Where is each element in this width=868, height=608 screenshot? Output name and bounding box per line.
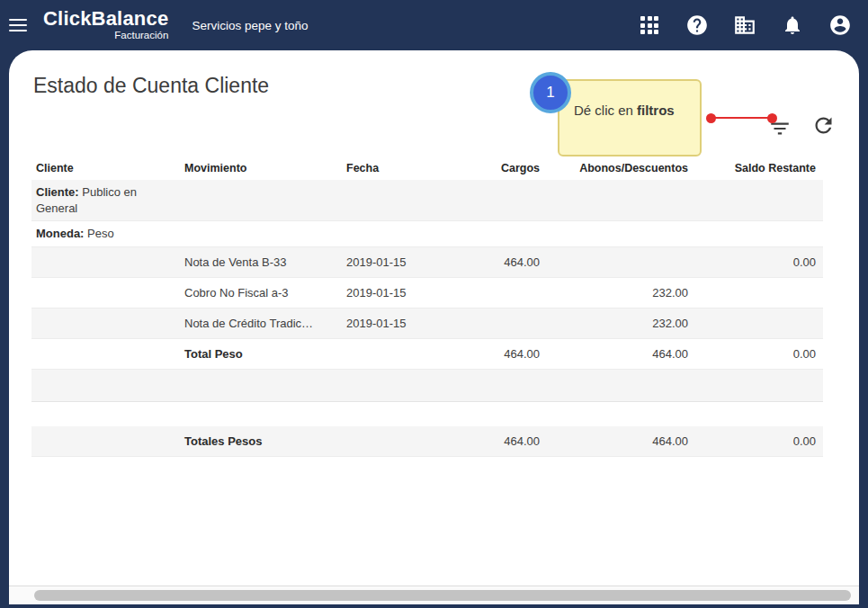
cell-abonos: 232.00 — [544, 277, 697, 308]
menu-icon[interactable] — [9, 19, 27, 31]
app-logo[interactable]: ClickBalance Facturación — [43, 9, 168, 41]
cell-fecha: 2019-01-15 — [342, 277, 477, 308]
table-row: Nota de Venta B-33 2019-01-15 464.00 0.0… — [31, 246, 823, 277]
cell-movimiento: Nota de Crédito Tradic… — [180, 308, 342, 338]
annotation-dot-end — [767, 113, 777, 123]
cell-abonos: 232.00 — [544, 308, 697, 338]
cell-fecha: 2019-01-15 — [342, 308, 477, 338]
annotation-tooltip: Dé clic en filtros — [558, 79, 702, 156]
account-icon[interactable] — [828, 13, 852, 37]
cell-saldo — [697, 277, 823, 308]
cell-cargos: 464.00 — [477, 338, 544, 369]
horizontal-scrollbar-track[interactable] — [9, 586, 859, 604]
annotation-dot-start — [706, 113, 716, 123]
cell-abonos: 464.00 — [544, 338, 697, 369]
col-fecha: Fecha — [342, 156, 477, 180]
cell-saldo: 0.00 — [697, 246, 823, 277]
notifications-bell-icon[interactable] — [781, 13, 804, 37]
cell-movimiento: Cobro No Fiscal a-3 — [180, 277, 342, 308]
col-cargos: Cargos — [477, 156, 544, 180]
table-row: Nota de Crédito Tradic… 2019-01-15 232.0… — [31, 308, 823, 338]
refresh-icon[interactable] — [811, 113, 837, 139]
cell-cargos: 464.00 — [477, 246, 544, 277]
company-name: Servicios pepe y toño — [192, 19, 308, 32]
table-row: Cobro No Fiscal a-3 2019-01-15 232.00 — [31, 277, 823, 308]
cell-movimiento: Total Peso — [180, 338, 342, 369]
cell-totals-abonos: 464.00 — [544, 426, 697, 457]
col-saldo: Saldo Restante — [697, 156, 823, 180]
cell-cargos — [477, 277, 544, 308]
cell-fecha: 2019-01-15 — [342, 246, 477, 277]
col-movimiento: Movimiento — [180, 156, 342, 180]
annotation-connector-line — [711, 117, 772, 119]
separator-row — [31, 369, 823, 401]
client-group-cell: Cliente: Publico en General — [31, 180, 180, 221]
logo-module-text: Facturación — [43, 31, 168, 41]
grand-totals-row: Totales Pesos 464.00 464.00 0.00 — [31, 426, 823, 457]
page-title: Estado de Cuenta Cliente — [33, 74, 269, 98]
account-statement-table: Cliente Movimiento Fecha Cargos Abonos/D… — [31, 156, 823, 457]
col-cliente: Cliente — [31, 156, 180, 180]
appbar-actions — [638, 13, 852, 37]
table-header-row: Cliente Movimiento Fecha Cargos Abonos/D… — [31, 156, 823, 180]
content-card: Estado de Cuenta Cliente 1 Dé clic en fi… — [9, 50, 859, 604]
cell-totals-cargos: 464.00 — [477, 426, 544, 457]
cell-saldo: 0.00 — [697, 338, 823, 369]
spacer-row — [31, 401, 823, 426]
cell-saldo — [697, 308, 823, 338]
client-group-row: Cliente: Publico en General — [31, 180, 823, 221]
cell-totals-saldo: 0.00 — [697, 426, 823, 457]
col-abonos: Abonos/Descuentos — [544, 156, 697, 180]
app-bar: ClickBalance Facturación Servicios pepe … — [0, 0, 868, 50]
logo-brand-text: ClickBalance — [43, 9, 168, 29]
cell-fecha — [342, 338, 477, 369]
cell-cargos — [477, 308, 544, 338]
cell-totals-label: Totales Pesos — [180, 426, 342, 457]
horizontal-scrollbar-thumb[interactable] — [34, 590, 851, 601]
annotation-text: Dé clic en filtros — [574, 103, 675, 118]
currency-group-row: Moneda: Peso — [31, 221, 823, 247]
currency-group-cell: Moneda: Peso — [31, 221, 180, 247]
currency-total-row: Total Peso 464.00 464.00 0.00 — [31, 338, 823, 369]
cell-movimiento: Nota de Venta B-33 — [180, 246, 342, 277]
step-number: 1 — [546, 84, 554, 102]
step-number-badge: 1 — [530, 72, 571, 113]
apps-grid-icon[interactable] — [638, 13, 661, 37]
cell-abonos — [544, 246, 697, 277]
company-building-icon[interactable] — [733, 13, 756, 37]
help-icon[interactable] — [685, 13, 709, 37]
